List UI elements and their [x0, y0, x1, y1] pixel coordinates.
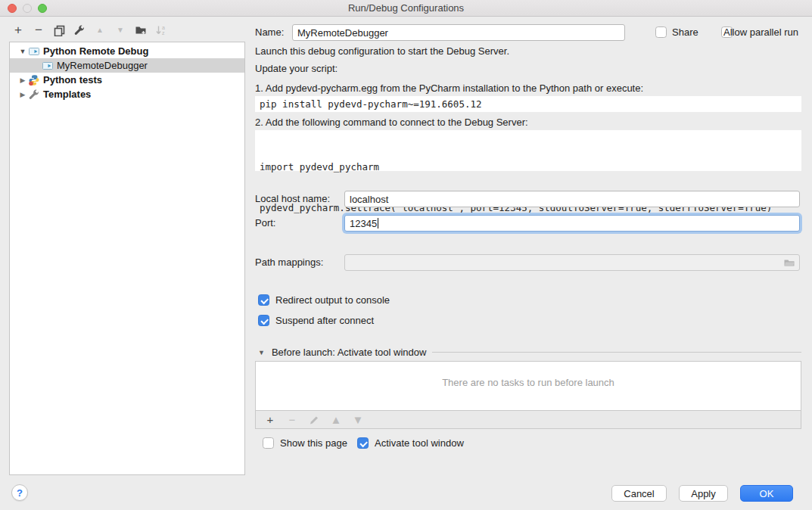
local-host-label: Local host name:: [255, 191, 330, 207]
svg-text:z: z: [162, 30, 165, 36]
name-input[interactable]: [292, 24, 625, 41]
name-label: Name:: [255, 24, 284, 40]
empty-task-list-message: There are no tasks to run before launch: [442, 377, 614, 410]
activate-tool-window-checkbox[interactable]: [357, 437, 369, 449]
remote-debug-icon: [42, 60, 54, 72]
suspend-after-connect-label: Suspend after connect: [275, 315, 374, 326]
text-caret: [378, 218, 378, 229]
add-task-icon[interactable]: +: [264, 414, 276, 426]
tree-item-python-remote-debug[interactable]: ▼ Python Remote Debug: [10, 44, 244, 58]
zoom-window-button[interactable]: [38, 4, 47, 13]
before-launch-section-header[interactable]: ▼ Before launch: Activate tool window: [255, 347, 801, 358]
activate-tool-window-label: Activate tool window: [375, 437, 464, 449]
collapse-triangle-icon[interactable]: ▼: [258, 349, 265, 356]
remove-configuration-icon[interactable]: −: [33, 24, 45, 36]
window-title: Run/Debug Configurations: [348, 2, 464, 14]
tree-item-python-tests[interactable]: ▶ Python tests: [10, 73, 244, 87]
tree-item-templates[interactable]: ▶ Templates: [10, 87, 244, 101]
instructions-update: Update your script:: [255, 63, 338, 74]
move-down-icon: ▼: [114, 24, 126, 36]
redirect-output-checkbox[interactable]: [258, 294, 269, 306]
chevron-collapsed-icon[interactable]: ▶: [17, 76, 28, 84]
configurations-tree: ▼ Python Remote Debug MyRemoteDebugger ▶…: [9, 42, 245, 475]
instructions-intro: Launch this debug configuration to start…: [255, 45, 509, 57]
copy-configuration-icon[interactable]: [53, 24, 65, 36]
before-launch-title: Before launch: Activate tool window: [272, 347, 427, 358]
remove-task-icon: −: [286, 414, 298, 426]
folder-icon[interactable]: [783, 257, 795, 269]
new-folder-icon[interactable]: [135, 24, 147, 36]
share-checkbox[interactable]: [655, 26, 667, 38]
allow-parallel-run-label: Allow parallel run: [723, 24, 798, 40]
local-host-input[interactable]: [344, 191, 800, 207]
cancel-button[interactable]: Cancel: [611, 485, 667, 502]
ok-button[interactable]: OK: [740, 485, 793, 502]
settrace-code-line1: import pydevd_pycharm: [260, 160, 801, 174]
instructions-step2: 2. Add the following command to connect …: [255, 117, 528, 128]
add-configuration-icon[interactable]: +: [12, 24, 24, 36]
instructions-step1: 1. Add pydevd-pycharm.egg from the PyCha…: [255, 82, 643, 94]
section-divider: [432, 352, 801, 353]
python-tests-icon: [28, 74, 40, 86]
settrace-code: import pydevd_pycharm pydevd_pycharm.set…: [255, 130, 801, 171]
port-input[interactable]: 12345: [344, 215, 800, 232]
show-this-page-label: Show this page: [280, 437, 347, 449]
run-debug-configurations-dialog: { "window": { "title": "Run/Debug Config…: [0, 0, 812, 510]
edit-pencil-icon: [308, 414, 320, 426]
path-mappings-input: [344, 254, 800, 271]
sort-alpha-icon: az: [155, 24, 167, 36]
close-window-button[interactable]: [8, 4, 17, 13]
move-task-up-icon: ▲: [330, 414, 342, 426]
show-this-page-checkbox[interactable]: [263, 437, 274, 449]
suspend-after-connect-checkbox[interactable]: [258, 315, 269, 326]
configuration-editor: Name: Share Allow parallel run Launch th…: [255, 17, 812, 510]
chevron-collapsed-icon[interactable]: ▶: [17, 91, 28, 98]
port-label: Port:: [255, 215, 275, 231]
move-up-icon: ▲: [94, 24, 106, 36]
share-label: Share: [672, 24, 698, 40]
pip-install-code: pip install pydevd-pycharm~=191.6605.12: [255, 96, 801, 112]
help-button[interactable]: ?: [11, 484, 28, 501]
tree-item-myremotedebugger[interactable]: MyRemoteDebugger: [10, 58, 244, 73]
remote-debug-icon: [28, 45, 40, 58]
minimize-window-button: [23, 4, 32, 13]
edit-defaults-wrench-icon[interactable]: [73, 24, 86, 36]
templates-wrench-icon: [28, 89, 40, 101]
move-task-down-icon: ▼: [352, 414, 364, 426]
svg-text:a: a: [162, 25, 165, 30]
task-list-toolbar: + − ▲ ▼: [255, 411, 801, 429]
path-mappings-label: Path mappings:: [255, 254, 323, 270]
chevron-expanded-icon[interactable]: ▼: [17, 48, 28, 55]
apply-button[interactable]: Apply: [679, 485, 728, 502]
before-launch-task-list[interactable]: There are no tasks to run before launch: [255, 361, 801, 411]
redirect-output-label: Redirect output to console: [275, 294, 390, 306]
configurations-toolbar: + − ▲ ▼ az: [12, 24, 167, 36]
title-bar: Run/Debug Configurations: [0, 0, 812, 17]
question-mark-icon: ?: [17, 487, 23, 499]
